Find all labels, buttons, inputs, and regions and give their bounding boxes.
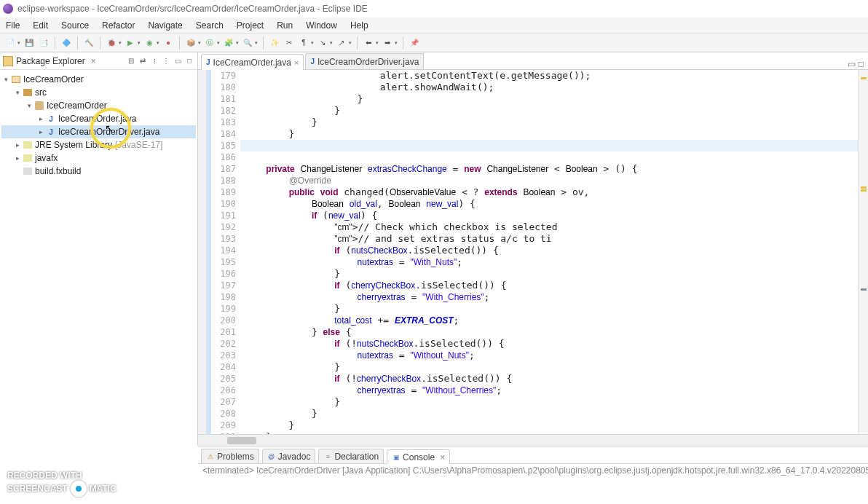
run-last-icon[interactable]: ● xyxy=(162,37,174,49)
tree-label: javafx xyxy=(35,153,58,163)
watermark-text-b: MATIC xyxy=(90,484,117,494)
editor-tab-icecreamorderdriver-java[interactable]: JIceCreamOrderDriver.java xyxy=(305,53,424,69)
package-explorer-header: Package Explorer × ⊟ ⇄ ⫶ ⋮ ▭ □ xyxy=(0,52,197,70)
window-titlebar: eclipse-workspace - IceCreamOrder/src/Ic… xyxy=(0,0,868,17)
tree-item-icecreamorder-java[interactable]: ▸JIceCreamOrder.java xyxy=(1,112,196,125)
pin-icon[interactable]: 📌 xyxy=(409,37,420,49)
menu-refactor[interactable]: Refactor xyxy=(102,20,135,31)
wand-icon[interactable]: ✨ xyxy=(269,37,280,49)
tree-arrow-icon[interactable]: ▸ xyxy=(36,115,45,122)
java-file-icon: J xyxy=(45,127,57,137)
step-icon[interactable]: ↘ xyxy=(317,37,328,49)
tree-arrow-icon[interactable]: ▸ xyxy=(13,154,22,162)
tree-arrow-icon[interactable]: ▾ xyxy=(25,102,33,109)
java-file-icon: J xyxy=(206,58,210,66)
file-icon xyxy=(22,166,33,176)
bottom-tab-javadoc[interactable]: @Javadoc xyxy=(262,449,316,463)
link-editor-icon[interactable]: ⇄ xyxy=(138,56,148,66)
new-icon[interactable]: 📄 xyxy=(4,37,16,49)
watermark-line1: RECORDED WITH xyxy=(7,470,117,481)
tree-item-icecreamorder[interactable]: ▾IceCreamOrder xyxy=(1,73,196,86)
tree-item-src[interactable]: ▾src xyxy=(1,86,196,99)
coverage-icon[interactable]: ◉ xyxy=(143,37,155,49)
tree-item-jre-system-library[interactable]: ▸JRE System Library[JavaSE-17] xyxy=(1,138,196,151)
tree-arrow-icon[interactable]: ▸ xyxy=(36,128,45,135)
package-explorer-title: Package Explorer xyxy=(16,56,85,66)
new-class-icon[interactable]: Ⓖ xyxy=(204,37,216,49)
declaration-icon: ≡ xyxy=(323,452,332,461)
tree-arrow-icon[interactable]: ▾ xyxy=(1,76,10,83)
nav-fwd-icon[interactable]: ➡ xyxy=(382,37,393,49)
bottom-panel: ⚠Problems@Javadoc≡Declaration▣Console× <… xyxy=(198,446,868,497)
close-tab-icon[interactable]: × xyxy=(294,58,299,67)
java-file-icon: J xyxy=(310,58,315,66)
new-plugin-icon[interactable]: 🧩 xyxy=(223,37,234,49)
menu-navigate[interactable]: Navigate xyxy=(148,20,182,31)
tree-item-icecreamorder[interactable]: ▾IceCreamOrder xyxy=(1,99,196,112)
menu-run[interactable]: Run xyxy=(277,20,293,31)
debug-icon[interactable]: 🐞 xyxy=(106,37,117,49)
eclipse-logo-icon xyxy=(3,4,13,14)
tree-item-build-fxbuild[interactable]: build.fxbuild xyxy=(1,165,196,178)
console-status-line: <terminated> IceCreamOrderDriver [Java A… xyxy=(202,465,868,476)
tab-label: Problems xyxy=(217,452,254,462)
close-tab-icon[interactable]: × xyxy=(440,452,445,462)
code-editor[interactable]: 179 180 181 182 183 184 185 186 187 188 … xyxy=(198,70,868,434)
bottom-tab-declaration[interactable]: ≡Declaration xyxy=(318,449,384,463)
screencast-watermark: RECORDED WITH SCREENCAST MATIC xyxy=(7,470,117,497)
maximize-view-icon[interactable]: □ xyxy=(184,56,194,66)
minimize-view-icon[interactable]: ▭ xyxy=(173,56,183,66)
menu-search[interactable]: Search xyxy=(196,20,224,31)
view-menu-icon[interactable]: ⋮ xyxy=(161,56,171,66)
bottom-tab-bar: ⚠Problems@Javadoc≡Declaration▣Console× xyxy=(198,446,868,464)
menu-edit[interactable]: Edit xyxy=(33,20,48,31)
tab-label: IceCreamOrderDriver.java xyxy=(317,57,419,67)
open-type-icon[interactable]: 🔷 xyxy=(60,37,72,49)
tree-arrow-icon[interactable]: ▸ xyxy=(13,141,22,149)
menu-project[interactable]: Project xyxy=(237,20,264,31)
tree-label: JRE System Library xyxy=(35,140,112,150)
collapse-all-icon[interactable]: ⊟ xyxy=(126,56,136,66)
overview-ruler[interactable] xyxy=(858,70,868,434)
tab-label: Declaration xyxy=(334,452,379,462)
package-tree[interactable]: ▾IceCreamOrder▾src▾IceCreamOrder▸JIceCre… xyxy=(0,70,197,446)
tree-item-javafx[interactable]: ▸javafx xyxy=(1,151,196,165)
editor-tab-icecreamorder-java[interactable]: JIceCreamOrder.java× xyxy=(201,54,304,70)
save-all-icon[interactable]: 📑 xyxy=(38,37,50,49)
editor-minimize-icon[interactable]: ▭ xyxy=(848,59,856,69)
problems-icon: ⚠ xyxy=(206,452,215,461)
toggle-mark-icon[interactable]: ¶ xyxy=(298,37,309,49)
search-icon[interactable]: 🔍 xyxy=(242,37,253,49)
step2-icon[interactable]: ↗ xyxy=(336,37,347,49)
editor-maximize-icon[interactable]: □ xyxy=(859,59,864,69)
menu-help[interactable]: Help xyxy=(350,20,368,31)
console-icon: ▣ xyxy=(392,453,401,462)
menu-file[interactable]: File xyxy=(6,20,20,31)
editor-hscrollbar[interactable] xyxy=(198,434,868,446)
line-gutter: 179 180 181 182 183 184 185 186 187 188 … xyxy=(211,70,240,434)
bottom-tab-problems[interactable]: ⚠Problems xyxy=(201,449,259,463)
tree-item-icecreamorderdriver-java[interactable]: ▸JIceCreamOrderDriver.java xyxy=(1,125,196,138)
tab-label: IceCreamOrder.java xyxy=(213,58,291,68)
filter-icon[interactable]: ⫶ xyxy=(149,56,159,66)
tree-arrow-icon[interactable]: ▾ xyxy=(13,89,22,96)
new-package-icon[interactable]: 📦 xyxy=(185,37,197,49)
package-icon xyxy=(33,101,45,111)
tree-label: build.fxbuild xyxy=(35,166,81,176)
close-view-icon[interactable]: × xyxy=(91,56,96,66)
code-text[interactable]: alert.setContentText(e.getMessage()); al… xyxy=(240,70,858,434)
run-icon[interactable]: ▶ xyxy=(125,37,136,49)
bottom-tab-console[interactable]: ▣Console× xyxy=(387,449,450,464)
nav-back-icon[interactable]: ⬅ xyxy=(363,37,374,49)
tab-label: Console xyxy=(403,452,435,462)
menu-source[interactable]: Source xyxy=(61,20,89,31)
tree-extra: [JavaSE-17] xyxy=(112,140,162,150)
folder-icon xyxy=(22,87,33,98)
save-icon[interactable]: 💾 xyxy=(23,37,35,49)
build-icon[interactable]: 🔨 xyxy=(83,37,95,49)
cut-icon[interactable]: ✂ xyxy=(283,37,295,49)
menu-window[interactable]: Window xyxy=(306,20,337,31)
tree-label: IceCreamOrder xyxy=(47,101,107,111)
console-output: <terminated> IceCreamOrderDriver [Java A… xyxy=(198,464,868,497)
editor-area: JIceCreamOrder.java×JIceCreamOrderDriver… xyxy=(198,52,868,446)
